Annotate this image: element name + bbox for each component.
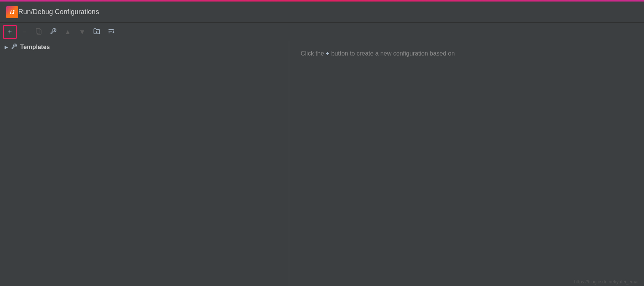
svg-rect-1: [36, 29, 40, 33]
sort-icon: [108, 28, 115, 37]
remove-configuration-button[interactable]: −: [18, 25, 31, 39]
copy-icon: [35, 28, 42, 37]
move-up-icon: ▲: [64, 28, 71, 36]
templates-wrench-icon: [11, 43, 17, 51]
folder-move-icon: [93, 28, 100, 37]
wrench-icon: [50, 28, 57, 37]
window-title: Run/Debug Configurations: [18, 8, 99, 16]
move-to-group-button[interactable]: [90, 25, 104, 39]
watermark: https://blog.csdn.net/yufei_email: [574, 279, 639, 284]
move-down-icon: ▼: [79, 28, 86, 36]
left-panel: ▶ Templates: [0, 41, 289, 286]
toolbar: + − ▲ ▼: [0, 23, 644, 41]
right-panel: Click the + button to create a new confi…: [289, 41, 644, 286]
copy-configuration-button[interactable]: [32, 25, 46, 39]
sort-button[interactable]: [104, 25, 118, 39]
move-down-button[interactable]: ▼: [75, 25, 89, 39]
app-logo: IJ: [6, 6, 18, 18]
move-up-button[interactable]: ▲: [61, 25, 75, 39]
title-bar: IJ Run/Debug Configurations: [0, 2, 644, 23]
hint-plus-symbol: +: [326, 50, 330, 57]
templates-row[interactable]: ▶ Templates: [0, 41, 289, 53]
hint-suffix: button to create a new configuration bas…: [331, 50, 455, 57]
chevron-right-icon: ▶: [5, 44, 8, 50]
remove-icon: −: [22, 28, 27, 36]
hint-text: Click the + button to create a new confi…: [301, 49, 633, 59]
hint-prefix: Click the: [301, 50, 324, 57]
wrench-button[interactable]: [46, 25, 60, 39]
templates-label: Templates: [20, 44, 50, 51]
main-content: ▶ Templates Click the + button to create…: [0, 41, 644, 286]
add-icon: +: [8, 28, 12, 36]
watermark-text: https://blog.csdn.net/yufei_email: [574, 279, 639, 284]
add-configuration-button[interactable]: +: [3, 25, 17, 39]
